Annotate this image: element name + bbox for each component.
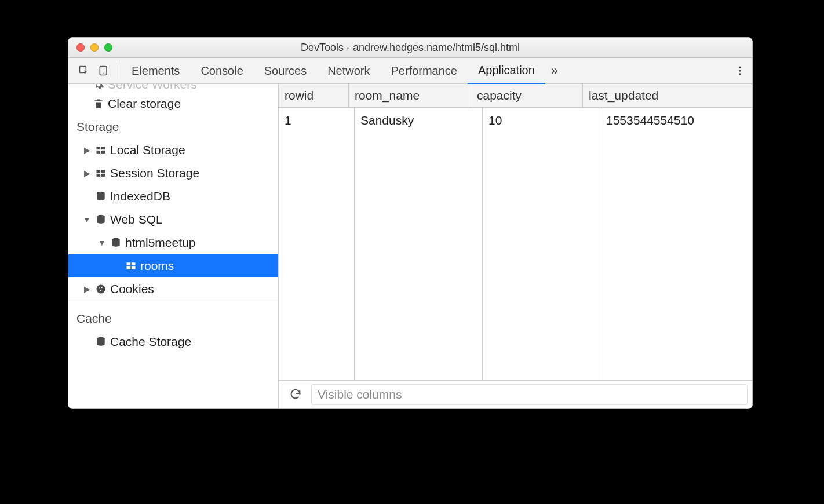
- tab-console[interactable]: Console: [190, 58, 253, 83]
- database-icon: [94, 214, 108, 225]
- window-controls: [68, 43, 112, 52]
- sidebar-item-table-selected[interactable]: rooms: [68, 254, 278, 277]
- sidebar-item-clear-storage[interactable]: Clear storage: [68, 92, 278, 115]
- sidebar-item-indexeddb[interactable]: ▶ IndexedDB: [68, 185, 278, 208]
- svg-rect-6: [97, 147, 101, 149]
- column-header-label: last_updated: [589, 89, 658, 103]
- svg-rect-13: [101, 174, 105, 177]
- tab-sources[interactable]: Sources: [254, 58, 317, 83]
- svg-rect-9: [101, 151, 105, 154]
- column-header[interactable]: room_name: [349, 84, 471, 107]
- sidebar-heading-cache: Cache: [68, 301, 278, 330]
- tabstrip-divider: [116, 63, 116, 79]
- trash-icon: [92, 98, 105, 109]
- data-cell[interactable]: 10: [483, 108, 600, 380]
- chevron-right-icon: ▶: [82, 145, 92, 155]
- cookie-icon: [94, 283, 108, 295]
- sidebar-item-web-sql[interactable]: ▼ Web SQL: [68, 208, 278, 231]
- visible-columns-placeholder: Visible columns: [318, 388, 402, 401]
- sidebar-item-label: Web SQL: [110, 213, 163, 227]
- grid-icon: [94, 144, 108, 156]
- sidebar-item-service-workers[interactable]: Service Workers: [68, 84, 278, 92]
- svg-point-3: [739, 67, 741, 68]
- chevron-right-double-icon: »: [551, 63, 558, 78]
- sidebar-item-cache-storage[interactable]: ▶ Cache Storage: [68, 330, 278, 353]
- devtools-window: DevTools - andrew.hedges.name/html5/sql.…: [68, 37, 753, 409]
- cell-value: 10: [488, 114, 502, 127]
- sidebar-item-local-storage[interactable]: ▶ Local Storage: [68, 138, 278, 162]
- tab-elements[interactable]: Elements: [121, 58, 190, 83]
- svg-rect-17: [127, 262, 131, 265]
- column-header[interactable]: rowid: [279, 84, 349, 107]
- data-cell[interactable]: Sandusky: [355, 108, 483, 380]
- device-toolbar-icon[interactable]: [94, 61, 114, 81]
- column-header[interactable]: last_updated: [583, 84, 752, 107]
- data-grid: rowid room_name capacity last_updated 1 …: [279, 84, 752, 408]
- sidebar-item-label: rooms: [140, 259, 174, 273]
- column-header-label: room_name: [355, 89, 420, 103]
- tabs-overflow-button[interactable]: »: [545, 63, 564, 78]
- sidebar-item-database[interactable]: ▼ html5meetup: [68, 231, 278, 254]
- chevron-down-icon: ▼: [97, 238, 107, 247]
- tab-performance[interactable]: Performance: [381, 58, 468, 83]
- svg-point-24: [100, 290, 101, 291]
- sidebar-item-label: IndexedDB: [110, 189, 170, 203]
- svg-point-25: [102, 290, 103, 291]
- sidebar-item-label: Local Storage: [110, 143, 185, 157]
- tab-label: Performance: [391, 64, 458, 78]
- inspect-element-icon[interactable]: [74, 61, 94, 81]
- window-title: DevTools - andrew.hedges.name/html5/sql.…: [68, 42, 752, 54]
- svg-point-5: [739, 73, 741, 75]
- svg-rect-19: [127, 266, 131, 269]
- devtools-tabstrip: Elements Console Sources Network Perform…: [68, 58, 752, 84]
- svg-rect-11: [101, 170, 105, 173]
- database-icon: [109, 237, 123, 249]
- sidebar-item-label: Clear storage: [108, 97, 181, 111]
- application-sidebar: Service Workers Clear storage Storage ▶: [68, 84, 279, 408]
- svg-point-22: [99, 287, 100, 288]
- column-header-label: capacity: [477, 89, 522, 103]
- window-titlebar: DevTools - andrew.hedges.name/html5/sql.…: [68, 38, 752, 58]
- database-icon: [94, 336, 108, 348]
- chevron-right-icon: ▶: [82, 169, 92, 178]
- refresh-button[interactable]: [289, 388, 303, 401]
- tab-network[interactable]: Network: [317, 58, 380, 83]
- sidebar-item-label: html5meetup: [125, 236, 195, 250]
- grid-icon: [94, 167, 108, 179]
- tab-application[interactable]: Application: [468, 57, 545, 85]
- window-zoom-button[interactable]: [104, 43, 112, 52]
- visible-columns-field[interactable]: Visible columns: [311, 384, 748, 405]
- tab-label: Network: [327, 64, 370, 78]
- chevron-right-icon: ▶: [82, 284, 92, 294]
- devtools-menu-button[interactable]: [731, 62, 749, 79]
- svg-rect-10: [97, 170, 101, 173]
- cell-value: 1553544554510: [606, 114, 694, 127]
- data-cell[interactable]: 1: [279, 108, 355, 380]
- tab-label: Sources: [264, 64, 307, 78]
- svg-rect-12: [97, 174, 101, 177]
- gear-icon: [92, 84, 105, 90]
- sidebar-item-label: Service Workers: [108, 84, 197, 92]
- devtools-body: Service Workers Clear storage Storage ▶: [68, 84, 752, 408]
- svg-point-23: [101, 287, 103, 288]
- chevron-down-icon: ▼: [82, 215, 92, 224]
- sidebar-item-cookies[interactable]: ▶ Cookies: [68, 277, 278, 301]
- svg-rect-7: [101, 147, 105, 149]
- data-grid-header: rowid room_name capacity last_updated: [279, 84, 752, 108]
- column-header[interactable]: capacity: [471, 84, 583, 107]
- tab-label: Application: [478, 64, 535, 77]
- window-minimize-button[interactable]: [90, 43, 99, 52]
- data-grid-footer: Visible columns: [279, 380, 752, 408]
- data-grid-body: 1 Sandusky 10 1553544554510: [279, 108, 752, 380]
- svg-rect-8: [97, 151, 101, 154]
- window-close-button[interactable]: [76, 43, 85, 52]
- sidebar-item-label: Cache Storage: [110, 335, 191, 349]
- data-pane: rowid room_name capacity last_updated 1 …: [279, 84, 752, 408]
- sidebar-heading-storage: Storage: [68, 115, 278, 138]
- svg-point-4: [739, 70, 741, 71]
- database-icon: [94, 191, 108, 202]
- data-cell[interactable]: 1553544554510: [600, 108, 752, 380]
- sidebar-item-session-storage[interactable]: ▶ Session Storage: [68, 162, 278, 185]
- svg-point-21: [97, 285, 105, 294]
- sidebar-item-label: Session Storage: [110, 166, 199, 180]
